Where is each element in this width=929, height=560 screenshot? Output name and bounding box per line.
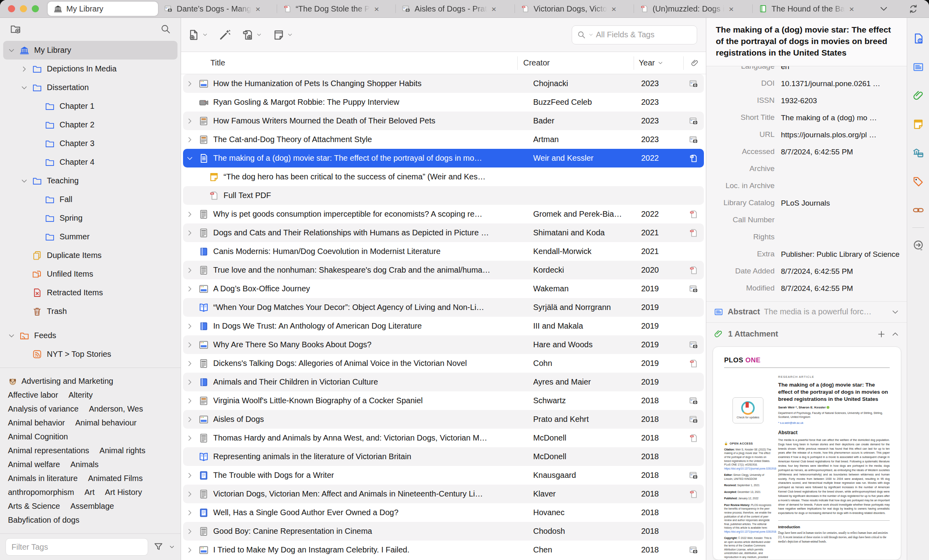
tag-animal-welfare[interactable]: Animal welfare <box>8 460 60 469</box>
twisty-right-icon[interactable] <box>183 471 197 479</box>
item-row[interactable]: “When Your Dog Matches Your Decor”: Obje… <box>183 298 704 317</box>
twisty-right-icon[interactable] <box>183 490 197 498</box>
abstract-nav-icon[interactable] <box>912 61 925 73</box>
tag-filter-chevron-icon[interactable] <box>169 544 175 550</box>
zoom-window-button[interactable] <box>32 5 39 12</box>
sidebar-item-unfiled-items[interactable]: Unfiled Items <box>3 265 177 283</box>
twisty-right-icon[interactable] <box>183 80 197 88</box>
field-value[interactable]: The making of a (dog) mo … <box>781 113 900 123</box>
item-row[interactable]: A Dog’s Box-Office JourneyWakeman2019 <box>183 279 704 298</box>
sidebar-item-fall[interactable]: Fall <box>3 190 177 209</box>
twisty-right-icon[interactable] <box>183 397 197 405</box>
item-row[interactable]: Canis Modernis: Human/Dog Coevolution in… <box>183 242 704 261</box>
item-row[interactable]: Virginia Woolf's Little-Known Biography … <box>183 391 704 410</box>
tag-animated-films[interactable]: Animated Films <box>88 474 143 483</box>
close-tab-icon[interactable]: × <box>611 5 616 13</box>
tag-analysis-of-variance[interactable]: Analysis of variance <box>8 404 79 414</box>
twisty-down-icon[interactable] <box>183 154 197 162</box>
sidebar-item-depictions-in-media[interactable]: Depictions In Media <box>3 60 177 78</box>
twisty-down-icon[interactable] <box>18 84 30 92</box>
tag-anthropomorphism[interactable]: anthropomorphism <box>8 488 74 497</box>
tag-babyfication-of-dogs[interactable]: Babyfication of dogs <box>8 516 79 525</box>
notes-nav-icon[interactable] <box>912 118 925 131</box>
sidebar-item-chapter-1[interactable]: Chapter 1 <box>3 97 177 115</box>
locate-icon[interactable] <box>912 239 925 252</box>
twisty-right-icon[interactable] <box>183 416 197 423</box>
related-nav-icon[interactable] <box>912 204 925 216</box>
item-child-row[interactable]: Full Text PDF <box>183 186 704 205</box>
chevron-up-icon[interactable] <box>891 330 900 339</box>
attachments-nav-icon[interactable] <box>912 89 925 102</box>
item-row[interactable]: Well, Has a Single Good Author Ever Owne… <box>183 503 704 522</box>
twisty-right-icon[interactable] <box>183 117 197 125</box>
column-header-attachment[interactable] <box>683 56 706 70</box>
sync-icon[interactable] <box>908 4 919 14</box>
item-row[interactable]: The Trouble with Dogs for a WriterKnausg… <box>183 466 704 485</box>
item-row[interactable]: Why is pet goods consumption imperceptib… <box>183 205 704 223</box>
field-value[interactable]: en <box>781 66 900 72</box>
twisty-right-icon[interactable] <box>183 546 197 554</box>
tab-list-chevron-icon[interactable] <box>879 4 889 14</box>
close-tab-icon[interactable]: × <box>729 5 734 13</box>
item-child-row[interactable]: “The dog hero has been critical to the s… <box>183 167 704 186</box>
twisty-right-icon[interactable] <box>183 434 197 442</box>
tag-animal-behavior[interactable]: Animal behavior <box>8 418 65 427</box>
item-row[interactable]: Thomas Hardy and Animals by Anna West, a… <box>183 429 704 447</box>
sidebar-item-nyt-top-stories[interactable]: NYT > Top Stories <box>3 345 177 364</box>
twisty-down-icon[interactable] <box>18 177 30 185</box>
tag-filter-input[interactable] <box>6 538 148 556</box>
item-row[interactable]: How the Humanization of Pets Is Changing… <box>183 74 704 93</box>
item-row[interactable]: In Dogs We Trust: An Anthology of Americ… <box>183 317 704 335</box>
attachment-preview-card[interactable]: PLOS ONE Check for updates 🔓OPEN ACCESS … <box>713 346 901 560</box>
sidebar-item-spring[interactable]: Spring <box>3 209 177 227</box>
tag-animal-behaviour[interactable]: Animal behaviour <box>75 418 137 427</box>
sidebar-item-feeds[interactable]: Feeds <box>3 326 177 345</box>
item-row[interactable]: The Cat-and-Dog Theory of Attachment Sty… <box>183 130 704 149</box>
add-by-identifier-button[interactable] <box>218 29 231 41</box>
sidebar-item-chapter-4[interactable]: Chapter 4 <box>3 153 177 171</box>
tab-document-6[interactable]: The Hound of the Ba× <box>753 2 871 16</box>
search-box[interactable]: All Fields & Tags <box>572 25 697 44</box>
column-header-creator[interactable]: Creator <box>517 56 634 70</box>
sidebar-item-summer[interactable]: Summer <box>3 227 177 246</box>
field-value[interactable]: 8/7/2024, 6:42:55 PM <box>781 267 900 277</box>
field-value[interactable]: 8/7/2024, 6:42:55 PM <box>781 284 900 294</box>
close-window-button[interactable] <box>8 5 15 12</box>
tag-art-history[interactable]: Art History <box>105 488 142 497</box>
libraries-collections-nav-icon[interactable] <box>912 146 925 159</box>
sidebar-item-chapter-2[interactable]: Chapter 2 <box>3 115 177 134</box>
twisty-right-icon[interactable] <box>183 229 197 237</box>
new-collection-button[interactable] <box>10 23 21 35</box>
item-row[interactable]: True love and the nonhuman: Shakespeare'… <box>183 261 704 279</box>
abstract-row[interactable]: Abstract The media is a powerful forc… <box>706 301 907 323</box>
tag-alterity[interactable]: Alterity <box>68 391 93 400</box>
tag-art[interactable]: Art <box>85 488 95 497</box>
item-info-icon[interactable] <box>912 32 925 45</box>
item-row[interactable]: Why Are There So Many Books About Dogs?H… <box>183 335 704 354</box>
sidebar-item-duplicate-items[interactable]: Duplicate Items <box>3 246 177 265</box>
add-attachment-button[interactable] <box>241 29 262 41</box>
close-tab-icon[interactable]: × <box>374 5 379 13</box>
twisty-right-icon[interactable] <box>183 341 197 349</box>
tab-document-5[interactable]: (Un)muzzled: Dogs i× <box>634 2 753 16</box>
tab-document-3[interactable]: Aisles of Dogs - Prat× <box>396 2 515 16</box>
twisty-right-icon[interactable] <box>18 65 30 73</box>
tab-document-1[interactable]: Dante’s Dogs - Mang× <box>158 2 277 16</box>
tab-my-library[interactable]: My Library <box>48 2 158 16</box>
field-value[interactable]: https://journals.plos.org/pl … <box>781 130 900 140</box>
item-row[interactable]: Good Boy: Canine Representation in Cinem… <box>183 522 704 541</box>
sidebar-item-my-library[interactable]: My Library <box>3 41 177 60</box>
close-tab-icon[interactable]: × <box>256 5 260 13</box>
column-header-year[interactable]: Year <box>634 56 683 70</box>
chevron-down-icon[interactable] <box>891 308 900 316</box>
item-row[interactable]: Ryan Gosling & Margot Robbie: The Puppy … <box>183 93 704 112</box>
tag-anderson-wes[interactable]: Anderson, Wes <box>89 404 143 414</box>
twisty-right-icon[interactable] <box>183 285 197 293</box>
sidebar-item-dissertation[interactable]: Dissertation <box>3 78 177 97</box>
field-value[interactable]: 1932-6203 <box>781 96 900 106</box>
item-row[interactable]: Representing animals in the literature o… <box>183 447 704 466</box>
field-value[interactable]: 8/7/2024, 6:42:55 PM <box>781 147 900 157</box>
add-attachment-plus-icon[interactable] <box>877 329 886 339</box>
close-tab-icon[interactable]: × <box>491 5 496 13</box>
item-row[interactable]: I Tried to Make My Dog an Instagram Cele… <box>183 541 704 559</box>
